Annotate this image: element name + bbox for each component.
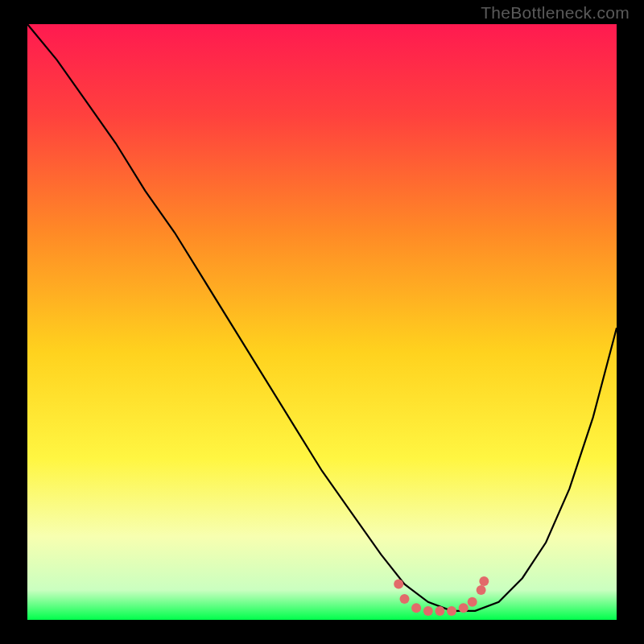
marker-dot bbox=[394, 580, 403, 589]
marker-dot bbox=[479, 576, 489, 586]
chart-container: TheBottleneck.com bbox=[0, 0, 644, 644]
marker-dot bbox=[411, 603, 421, 613]
marker-dot bbox=[447, 606, 456, 616]
marker-dot bbox=[468, 597, 477, 607]
marker-dot bbox=[477, 585, 486, 595]
marker-dot bbox=[400, 594, 410, 604]
bottleneck-chart bbox=[0, 0, 644, 644]
marker-dot bbox=[423, 606, 433, 616]
marker-dot bbox=[435, 606, 444, 616]
marker-dot bbox=[459, 603, 469, 613]
plot-background bbox=[27, 24, 617, 620]
